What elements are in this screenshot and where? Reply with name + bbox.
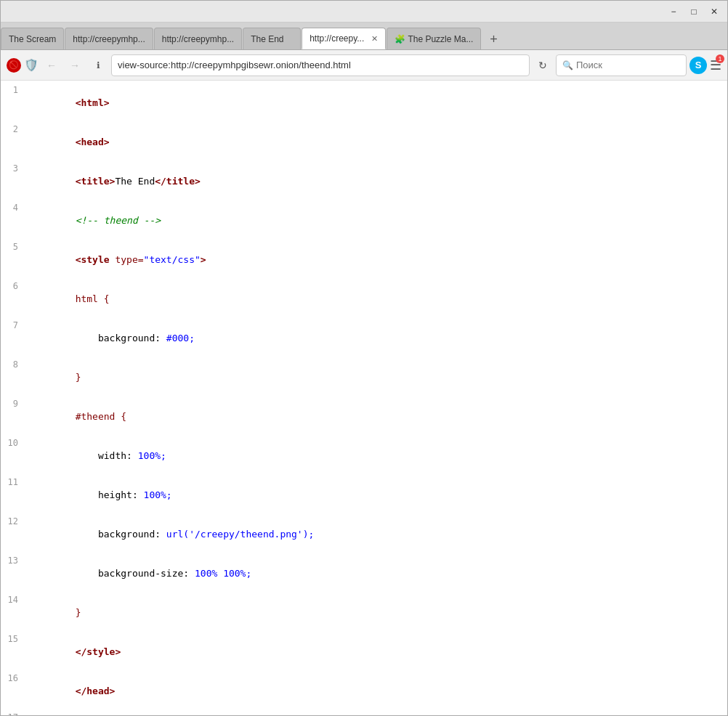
tag-head: <head> [76,137,110,147]
source-line-3: 3 <title>The End</title> [1,162,727,201]
line-content: #theend { [27,397,727,436]
title-bar: − □ ✕ [1,1,727,23]
menu-button[interactable]: ☰ 1 [710,57,721,73]
new-tab-button[interactable]: + [483,29,503,49]
line-number: 15 [1,632,27,672]
refresh-button[interactable]: ↻ [533,55,553,76]
tab-puzzle[interactable]: 🧩 The Puzzle Ma... [387,28,481,49]
css-val-background: url('/creepy/theend.png'); [166,529,315,540]
line-number: 2 [1,123,27,162]
line-number: 14 [1,593,27,632]
tag-style-end: </style> [76,646,121,657]
css-brace-close2: } [76,607,81,618]
tab-label: The End [251,34,283,44]
search-icon: 🔍 [562,60,573,70]
line-number: 13 [1,554,27,593]
line-content: } [27,358,727,397]
source-line-4: 4 <!-- theend --> [1,201,727,240]
line-content: <html> [27,84,727,123]
tag-head-close: </head> [76,686,116,696]
shield-icon: 🛡️ [24,58,39,73]
line-content: <!-- theend --> [27,201,727,240]
line-number: 1 [1,84,27,123]
css-brace-close: } [76,372,81,383]
line-content: </head> [27,672,727,711]
line-content: background: #000; [27,319,727,358]
tab-the-end[interactable]: The End [243,28,301,49]
tab-creepy-active[interactable]: http://creepy... ✕ [302,28,386,49]
css-prop-bgsize: background-size: [98,568,195,579]
source-line-5: 5 <style type="text/css"> [1,240,727,280]
line-number: 11 [1,476,27,515]
title-text: The End [115,176,155,187]
css-indent [76,568,98,579]
source-line-14: 14 } [1,593,727,632]
tab-label: http://creepymhp... [73,34,145,44]
tab-bar: The Scream http://creepymhp... http://cr… [1,23,727,50]
line-number: 16 [1,672,27,711]
source-viewer: 1 <html> 2 <head> 3 <title>The End</titl… [1,81,727,715]
address-bar[interactable]: view-source:http://creepymhpgibsewr.onio… [111,54,530,76]
minimize-button[interactable]: − [663,4,684,20]
line-content: background-size: 100% 100%; [27,554,727,593]
tag-title-close: </title> [155,176,201,187]
css-prop-height: height: [98,489,144,500]
tab-label: 🧩 The Puzzle Ma... [395,34,473,44]
source-line-9: 9 #theend { [1,397,727,436]
line-content: <body> [27,711,727,715]
close-button[interactable]: ✕ [704,4,724,20]
search-input[interactable] [576,60,663,70]
css-indent [76,529,98,540]
tab-the-scream[interactable]: The Scream [1,28,64,49]
line-number: 4 [1,201,27,240]
attr-type: type= [115,254,143,265]
tab-close-icon[interactable]: ✕ [371,34,378,44]
source-line-7: 7 background: #000; [1,319,727,358]
css-prop-width: width: [98,450,138,461]
line-number: 9 [1,397,27,436]
title-bar-buttons: − □ ✕ [663,4,724,20]
source-line-13: 13 background-size: 100% 100%; [1,554,727,593]
css-indent [76,333,98,343]
line-number: 17 [1,711,27,715]
line-content: <style type="text/css"> [27,240,727,280]
source-line-1: 1 <html> [1,84,727,123]
line-number: 8 [1,358,27,397]
search-bar: 🔍 [556,54,687,76]
skype-icon[interactable]: S [689,57,707,74]
line-content: background: url('/creepy/theend.png'); [27,515,727,554]
browser-window: − □ ✕ The Scream http://creepymhp... htt… [0,0,728,716]
line-number: 3 [1,162,27,201]
address-text: view-source:http://creepymhpgibsewr.onio… [118,60,351,70]
css-prop-background: background: [98,529,166,540]
tab-creepy-1[interactable]: http://creepymhp... [65,28,153,49]
css-val-width: 100%; [138,450,166,461]
line-content: <head> [27,123,727,162]
forward-button[interactable]: → [65,55,85,76]
source-line-17: 17 <body> [1,711,727,715]
line-content: html { [27,280,727,319]
line-number: 6 [1,280,27,319]
source-line-15: 15 </style> [1,632,727,672]
info-button[interactable]: ℹ [88,55,108,76]
no-script-icon[interactable]: 🚫 [7,58,21,73]
tab-label: http://creepy... [310,33,364,44]
css-indent [76,489,98,500]
tag-style-close: > [201,254,206,265]
css-val-bg: #000; [166,333,195,343]
line-number: 12 [1,515,27,554]
back-button[interactable]: ← [41,55,62,76]
line-number: 10 [1,436,27,476]
line-content: } [27,593,727,632]
tag-html: <html> [76,97,110,108]
maximize-button[interactable]: □ [684,4,704,20]
line-number: 7 [1,319,27,358]
line-number: 5 [1,240,27,280]
tab-creepy-2[interactable]: http://creepymhp... [154,28,242,49]
line-content: </style> [27,632,727,672]
source-line-12: 12 background: url('/creepy/theend.png')… [1,515,727,554]
source-line-6: 6 html { [1,280,727,319]
source-line-2: 2 <head> [1,123,727,162]
css-prop-bg: background: [98,333,166,343]
css-indent [76,450,98,461]
